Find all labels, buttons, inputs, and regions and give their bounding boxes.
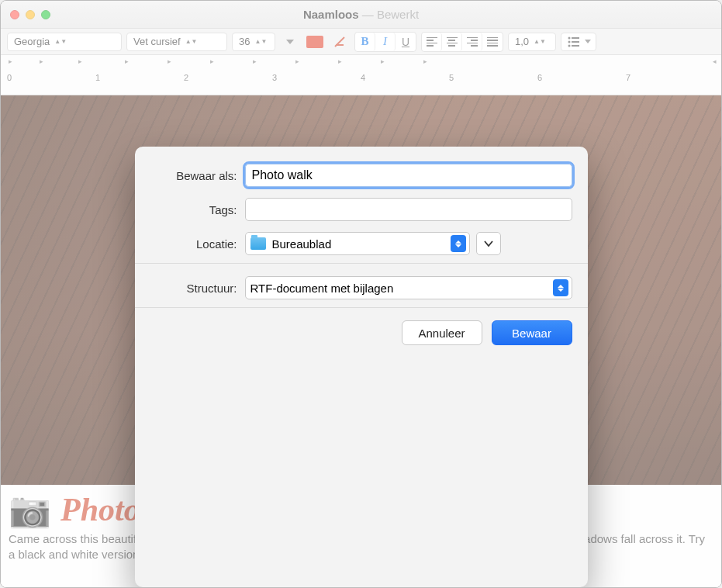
title-text: Naamloos xyxy=(303,8,359,21)
ruler[interactable]: ▸▸▸ ▸▸▸ ▸▸▸ ▸▸ ◂ 0 1 2 3 4 5 6 7 xyxy=(1,55,721,95)
align-justify-icon xyxy=(487,37,498,47)
underline-button[interactable]: U xyxy=(396,33,416,51)
title-subtitle: — Bewerkt xyxy=(362,8,419,21)
formatting-toolbar: Georgia ▲▼ Vet cursief ▲▼ 36 ▲▼ B I U xyxy=(1,29,721,55)
list-icon xyxy=(568,36,580,47)
chevron-updown-icon: ▲▼ xyxy=(185,40,198,43)
font-style-select[interactable]: Vet cursief ▲▼ xyxy=(126,33,227,51)
clear-formatting-button[interactable] xyxy=(330,33,350,51)
format-value: RTF-document met bijlagen xyxy=(250,282,394,295)
location-value: Bureaublad xyxy=(272,237,332,251)
chevron-updown-icon: ▲▼ xyxy=(534,40,546,43)
chevron-down-icon xyxy=(585,40,591,43)
window-title: Naamloos — Bewerkt xyxy=(1,8,721,21)
alignment-group xyxy=(421,32,503,52)
cancel-button[interactable]: Annuleer xyxy=(402,320,482,345)
align-right-icon xyxy=(467,37,478,47)
text-color-swatch xyxy=(306,36,323,48)
align-center-button[interactable] xyxy=(442,33,462,51)
chevron-updown-icon: ▲▼ xyxy=(54,40,67,43)
svg-point-4 xyxy=(568,40,571,43)
svg-rect-7 xyxy=(572,45,579,47)
tags-input[interactable] xyxy=(245,198,572,221)
camera-icon: 📷 xyxy=(9,489,51,530)
svg-rect-3 xyxy=(572,37,579,39)
font-size-value: 36 xyxy=(239,36,250,47)
folder-icon xyxy=(250,237,266,250)
popup-stepper-icon xyxy=(451,235,466,252)
font-family-value: Georgia xyxy=(14,36,50,47)
text-color-button[interactable] xyxy=(305,33,325,51)
chevron-updown-icon: ▲▼ xyxy=(254,40,267,43)
expand-location-button[interactable] xyxy=(476,232,501,255)
dialog-buttons: Annuleer Bewaar xyxy=(150,320,572,345)
align-left-button[interactable] xyxy=(422,33,442,51)
font-size-menu-button[interactable] xyxy=(280,33,300,51)
format-label: Structuur: xyxy=(150,282,245,295)
divider xyxy=(135,307,588,308)
align-justify-button[interactable] xyxy=(482,33,503,51)
format-popup[interactable]: RTF-document met bijlagen xyxy=(245,276,572,299)
line-spacing-value: 1,0 xyxy=(515,36,529,47)
location-popup[interactable]: Bureaublad xyxy=(245,232,470,255)
list-style-select[interactable] xyxy=(561,33,596,51)
divider xyxy=(135,263,588,264)
svg-rect-5 xyxy=(572,41,579,43)
save-dialog: Bewaar als: Tags: Locatie: Bureaublad St… xyxy=(135,147,588,587)
align-right-button[interactable] xyxy=(462,33,482,51)
popup-stepper-icon xyxy=(553,279,568,296)
bold-button[interactable]: B xyxy=(355,33,375,51)
align-center-icon xyxy=(447,37,458,47)
font-size-select[interactable]: 36 ▲▼ xyxy=(232,33,275,51)
font-family-select[interactable]: Georgia ▲▼ xyxy=(7,33,122,51)
tabstops: ▸▸▸ ▸▸▸ ▸▸▸ ▸▸ ◂ xyxy=(1,57,721,67)
ruler-ticks: 0 1 2 3 4 5 6 7 xyxy=(1,68,721,84)
italic-button[interactable]: I xyxy=(375,33,396,51)
font-style-group: B I U xyxy=(354,32,416,52)
tags-label: Tags: xyxy=(150,203,245,216)
save-button[interactable]: Bewaar xyxy=(492,320,572,345)
window-titlebar: Naamloos — Bewerkt xyxy=(1,1,721,29)
location-label: Locatie: xyxy=(150,237,245,251)
align-left-icon xyxy=(427,37,437,47)
save-as-input[interactable] xyxy=(245,164,572,187)
font-style-value: Vet cursief xyxy=(133,36,181,47)
svg-point-2 xyxy=(568,36,571,39)
save-as-label: Bewaar als: xyxy=(150,169,245,182)
line-spacing-select[interactable]: 1,0 ▲▼ xyxy=(508,33,556,51)
svg-point-6 xyxy=(568,44,571,47)
